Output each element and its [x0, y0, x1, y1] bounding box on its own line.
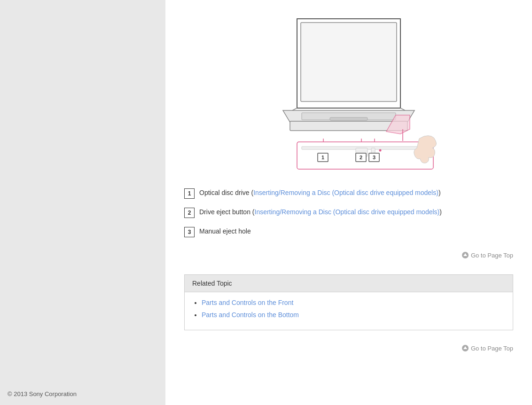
- part-number-1: 1: [184, 188, 195, 199]
- part-item-1: 1 Optical disc drive (Inserting/Removing…: [184, 188, 513, 199]
- go-to-top-icon-1: [462, 251, 469, 259]
- go-to-top-label-1: Go to Page Top: [471, 252, 513, 259]
- main-content: 1 2 3 1 Optical disc drive (Inserting/Re…: [165, 0, 532, 405]
- go-to-top-icon-2: [462, 344, 469, 352]
- part-2-link[interactable]: Inserting/Removing a Disc (Optical disc …: [255, 208, 440, 216]
- part-number-2: 2: [184, 208, 195, 218]
- laptop-illustration: 1 2 3: [241, 14, 457, 174]
- related-link-front[interactable]: Parts and Controls on the Front: [202, 299, 293, 306]
- part-text-1: Optical disc drive (Inserting/Removing a…: [199, 188, 441, 198]
- related-topic-list: Parts and Controls on the Front Parts an…: [192, 299, 505, 319]
- svg-point-9: [379, 149, 382, 152]
- part-1-link[interactable]: Inserting/Removing a Disc (Optical disc …: [253, 189, 438, 196]
- related-topic-body: Parts and Controls on the Front Parts an…: [185, 292, 513, 330]
- related-topic-box: Related Topic Parts and Controls on the …: [184, 274, 513, 330]
- list-item: Parts and Controls on the Bottom: [202, 311, 505, 319]
- part-item-2: 2 Drive eject button (Inserting/Removing…: [184, 207, 513, 218]
- svg-text:1: 1: [321, 155, 324, 160]
- svg-text:3: 3: [373, 155, 376, 160]
- part-text-3: Manual eject hole: [199, 226, 251, 236]
- list-item: Parts and Controls on the Front: [202, 299, 505, 306]
- parts-list: 1 Optical disc drive (Inserting/Removing…: [184, 188, 513, 237]
- go-to-top-link-2[interactable]: Go to Page Top: [462, 344, 513, 352]
- related-link-bottom[interactable]: Parts and Controls on the Bottom: [202, 311, 299, 319]
- sidebar: © 2013 Sony Corporation: [0, 0, 165, 405]
- svg-rect-3: [330, 117, 368, 120]
- part-number-3: 3: [184, 227, 195, 237]
- part-text-2: Drive eject button (Inserting/Removing a…: [199, 207, 442, 217]
- related-topic-header: Related Topic: [185, 275, 513, 292]
- copyright: © 2013 Sony Corporation: [8, 390, 77, 397]
- svg-rect-0: [301, 23, 397, 101]
- go-to-top-label-2: Go to Page Top: [471, 345, 513, 352]
- illustration-area: 1 2 3: [184, 14, 513, 174]
- part-item-3: 3 Manual eject hole: [184, 226, 513, 237]
- go-to-top-2: Go to Page Top: [184, 344, 513, 353]
- svg-text:2: 2: [360, 155, 362, 160]
- go-to-top-1: Go to Page Top: [184, 251, 513, 260]
- go-to-top-link-1[interactable]: Go to Page Top: [462, 251, 513, 259]
